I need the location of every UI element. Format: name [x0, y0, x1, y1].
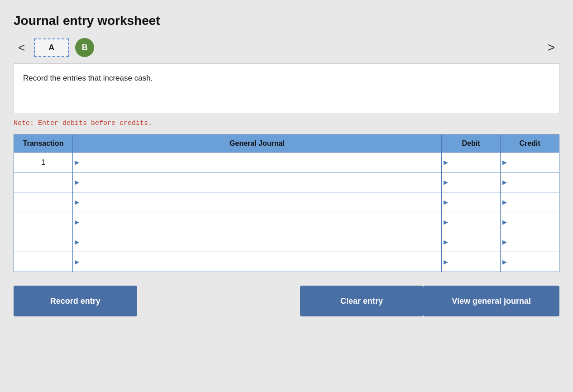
cell-arrow-credit-2: ▶	[502, 199, 507, 206]
table-row: ▶▶▶	[14, 192, 559, 212]
cell-transaction-0: 1	[14, 153, 73, 172]
cell-arrow-gj-2: ▶	[75, 199, 79, 206]
cell-debit-2[interactable]: ▶	[442, 192, 501, 212]
tab-a[interactable]: A	[34, 38, 69, 57]
table-row: ▶▶▶	[14, 252, 559, 272]
page-title: Journal entry worksheet	[14, 14, 559, 28]
table-row: 1▶▶▶	[14, 153, 559, 172]
journal-table: Transaction General Journal Debit Credit…	[14, 134, 559, 272]
cell-general-journal-0[interactable]: ▶	[73, 153, 442, 172]
cell-debit-3[interactable]: ▶	[442, 212, 501, 232]
cell-arrow-debit-2: ▶	[444, 199, 448, 206]
cell-transaction-3	[14, 212, 73, 232]
instruction-box: Record the entries that increase cash.	[14, 63, 559, 113]
cell-arrow-gj-0: ▶	[75, 159, 79, 166]
table-row: ▶▶▶	[14, 172, 559, 192]
nav-left-arrow[interactable]: <	[14, 39, 29, 57]
view-general-journal-button[interactable]: View general journal	[423, 286, 559, 316]
input-debit-0[interactable]	[449, 153, 498, 172]
cell-arrow-credit-4: ▶	[502, 239, 507, 245]
cell-debit-4[interactable]: ▶	[442, 232, 501, 252]
cell-general-journal-5[interactable]: ▶	[73, 252, 442, 272]
tab-navigation: < A B >	[14, 38, 559, 57]
cell-transaction-2	[14, 192, 73, 212]
cell-credit-1[interactable]: ▶	[501, 172, 559, 192]
buttons-row: Record entry Clear entry View general jo…	[14, 286, 559, 316]
input-debit-1[interactable]	[449, 172, 498, 192]
col-header-transaction: Transaction	[14, 135, 73, 153]
cell-arrow-debit-4: ▶	[444, 239, 448, 245]
cell-debit-1[interactable]: ▶	[442, 172, 501, 192]
input-credit-2[interactable]	[508, 192, 557, 212]
cell-arrow-credit-0: ▶	[502, 159, 507, 166]
input-debit-5[interactable]	[449, 252, 498, 272]
cell-arrow-debit-1: ▶	[444, 179, 448, 186]
cell-arrow-credit-5: ▶	[502, 258, 507, 265]
input-general-journal-2[interactable]	[80, 192, 439, 212]
cell-arrow-debit-5: ▶	[444, 258, 448, 265]
input-general-journal-5[interactable]	[80, 252, 439, 272]
input-general-journal-4[interactable]	[80, 232, 439, 252]
col-header-general-journal: General Journal	[73, 135, 442, 153]
cell-arrow-debit-3: ▶	[444, 219, 448, 225]
input-credit-0[interactable]	[508, 153, 557, 172]
cell-arrow-gj-1: ▶	[75, 179, 79, 186]
input-credit-5[interactable]	[508, 252, 557, 272]
input-credit-1[interactable]	[508, 172, 557, 192]
cell-debit-0[interactable]: ▶	[442, 153, 501, 172]
input-debit-4[interactable]	[449, 232, 498, 252]
input-general-journal-3[interactable]	[80, 212, 439, 232]
cell-credit-4[interactable]: ▶	[501, 232, 559, 252]
cell-transaction-1	[14, 172, 73, 192]
cell-transaction-5	[14, 252, 73, 272]
cell-general-journal-3[interactable]: ▶	[73, 212, 442, 232]
cell-arrow-gj-3: ▶	[75, 219, 79, 225]
input-credit-3[interactable]	[508, 212, 557, 232]
cell-general-journal-4[interactable]: ▶	[73, 232, 442, 252]
cell-arrow-debit-0: ▶	[444, 159, 448, 166]
tab-b[interactable]: B	[75, 38, 94, 57]
cell-transaction-4	[14, 232, 73, 252]
col-header-credit: Credit	[501, 135, 559, 153]
cell-general-journal-2[interactable]: ▶	[73, 192, 442, 212]
cell-credit-3[interactable]: ▶	[501, 212, 559, 232]
table-row: ▶▶▶	[14, 232, 559, 252]
cell-arrow-gj-5: ▶	[75, 258, 79, 265]
cell-arrow-credit-3: ▶	[502, 219, 507, 225]
record-entry-button[interactable]: Record entry	[14, 286, 137, 316]
input-credit-4[interactable]	[508, 232, 557, 252]
input-general-journal-1[interactable]	[80, 172, 439, 192]
cell-credit-0[interactable]: ▶	[501, 153, 559, 172]
cell-general-journal-1[interactable]: ▶	[73, 172, 442, 192]
cell-arrow-gj-4: ▶	[75, 239, 79, 245]
cell-debit-5[interactable]: ▶	[442, 252, 501, 272]
cell-credit-5[interactable]: ▶	[501, 252, 559, 272]
note-text: Note: Enter debits before credits.	[14, 120, 559, 127]
table-row: ▶▶▶	[14, 212, 559, 232]
input-general-journal-0[interactable]	[80, 153, 439, 172]
cell-credit-2[interactable]: ▶	[501, 192, 559, 212]
input-debit-2[interactable]	[449, 192, 498, 212]
cell-arrow-credit-1: ▶	[502, 179, 507, 186]
nav-right-arrow[interactable]: >	[543, 38, 559, 57]
input-debit-3[interactable]	[449, 212, 498, 232]
col-header-debit: Debit	[442, 135, 501, 153]
instruction-text: Record the entries that increase cash.	[23, 74, 153, 82]
clear-entry-button[interactable]: Clear entry	[300, 286, 424, 316]
